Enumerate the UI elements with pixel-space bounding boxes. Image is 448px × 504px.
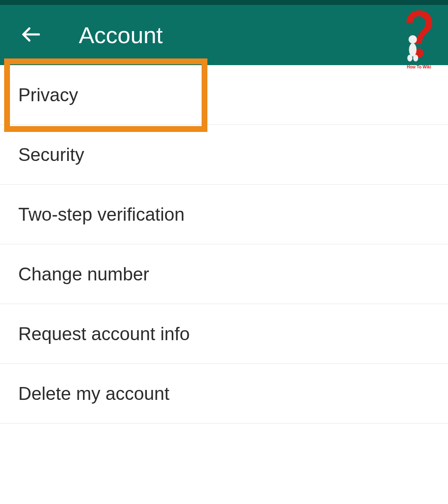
menu-item-change-number[interactable]: Change number: [0, 244, 448, 304]
watermark-logo: How To Wiki: [398, 8, 440, 71]
account-menu-list: Privacy Security Two-step verification C…: [0, 65, 448, 424]
app-header: Account How To Wiki: [0, 5, 448, 65]
blank-area: [0, 424, 448, 504]
svg-point-2: [409, 35, 417, 44]
menu-label: Two-step verification: [18, 204, 185, 225]
svg-point-4: [407, 55, 412, 61]
menu-item-privacy[interactable]: Privacy: [0, 65, 448, 125]
svg-point-3: [409, 43, 416, 56]
menu-item-request-info[interactable]: Request account info: [0, 304, 448, 364]
menu-label: Privacy: [18, 85, 78, 105]
menu-label: Delete my account: [18, 383, 169, 404]
page-title: Account: [79, 22, 163, 49]
svg-point-5: [413, 55, 418, 61]
menu-item-security[interactable]: Security: [0, 125, 448, 185]
menu-label: Request account info: [18, 324, 190, 344]
arrow-left-icon: [21, 24, 41, 46]
back-button[interactable]: [21, 24, 41, 46]
menu-item-delete-account[interactable]: Delete my account: [0, 364, 448, 424]
menu-item-two-step[interactable]: Two-step verification: [0, 185, 448, 244]
svg-point-1: [414, 49, 424, 58]
status-bar: [0, 0, 448, 5]
menu-label: Security: [18, 144, 84, 165]
menu-label: Change number: [18, 264, 149, 285]
